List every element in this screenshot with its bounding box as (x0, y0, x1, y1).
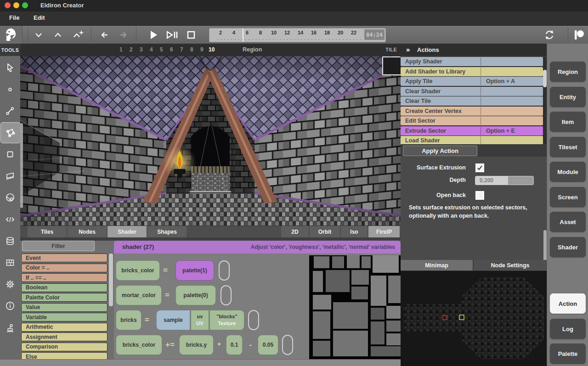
tab-node-settings[interactable]: Node Settings (474, 260, 547, 270)
mode-module[interactable]: Module (550, 162, 586, 182)
tab-shapes[interactable]: Shapes (147, 226, 187, 237)
tool-select[interactable] (0, 58, 20, 78)
node-bricks-color[interactable]: bricks_color (116, 335, 162, 355)
palette-item[interactable]: Event (21, 253, 107, 262)
node-bricks-y[interactable]: bricks.y (179, 335, 214, 355)
level-number[interactable]: 5 (160, 46, 163, 53)
tool-game[interactable] (0, 318, 20, 338)
node-mortar-color[interactable]: mortar_color (116, 285, 162, 305)
palette-item[interactable]: Value (21, 303, 107, 312)
mode-shader[interactable]: Shader (550, 237, 586, 257)
palette-item[interactable]: Variable (21, 313, 107, 321)
level-number[interactable]: 1 (119, 46, 123, 53)
tab-2d[interactable]: 2D (281, 226, 309, 237)
palette-item[interactable]: Boolean (21, 283, 107, 292)
node-palette1[interactable]: palette(1) (175, 260, 214, 281)
palette-item[interactable]: If .. == .. (21, 273, 107, 282)
filter-input[interactable]: Filter (22, 241, 95, 251)
undo-button[interactable] (96, 27, 113, 43)
action-edit-sector[interactable]: Edit Sector (401, 116, 543, 125)
tab-shader[interactable]: Shader (107, 226, 147, 237)
tab-minimap[interactable]: Minimap (401, 260, 473, 270)
tool-info[interactable] (0, 296, 20, 316)
tab-nodes[interactable]: Nodes (68, 226, 107, 237)
node-sample[interactable]: sample (156, 310, 190, 330)
play-button[interactable] (145, 27, 162, 43)
mode-screen[interactable]: Screen (550, 187, 586, 207)
level-number[interactable]: 4 (150, 46, 153, 53)
tool-sector[interactable] (0, 122, 21, 143)
tool-sphere[interactable] (0, 187, 20, 208)
minimize-window-button[interactable] (13, 2, 19, 8)
mode-item[interactable]: Item (550, 112, 586, 132)
node-value-005[interactable]: 0.05 (258, 335, 278, 355)
palette-item[interactable]: Palette Color (21, 293, 107, 302)
node-palette0[interactable]: palette(0) (175, 285, 216, 305)
node-value-01[interactable]: 0.1 (226, 335, 243, 355)
mode-palette[interactable]: Palette (550, 343, 586, 364)
level-number[interactable]: 3 (140, 46, 143, 53)
palette-item[interactable]: Comparison (21, 343, 107, 351)
timeline-playhead[interactable] (243, 28, 243, 42)
tool-code[interactable] (0, 209, 20, 230)
mode-tileset[interactable]: Tileset (550, 137, 586, 157)
mode-action[interactable]: Action (550, 293, 586, 314)
tab-firstp[interactable]: FirstP (368, 226, 400, 237)
action-apply-shader[interactable]: Apply Shader (401, 57, 543, 66)
node-texture-arg[interactable]: "blocks" Texture (209, 310, 244, 330)
level-number[interactable]: 9 (200, 46, 204, 53)
redo-button[interactable] (115, 27, 131, 43)
apply-action-button[interactable]: Apply Action (403, 146, 477, 156)
add-level-button[interactable] (70, 27, 86, 43)
action-apply-tile[interactable]: Apply TileOption + A (401, 77, 543, 86)
minimap[interactable] (401, 271, 547, 366)
action-extrude-sector[interactable]: Extrude SectorOption + E (401, 126, 543, 135)
patreon-button[interactable] (571, 27, 587, 43)
palette-scrollbar[interactable] (109, 253, 113, 306)
level-number[interactable]: 8 (190, 46, 193, 53)
menu-file[interactable]: File (9, 14, 19, 21)
node-slot[interactable] (248, 310, 259, 330)
node-slot[interactable] (219, 260, 230, 281)
level-number-active[interactable]: 10 (209, 46, 215, 53)
level-number[interactable]: 7 (180, 46, 183, 53)
sync-button[interactable] (541, 27, 558, 43)
collapse-panel-icon[interactable]: » (406, 45, 410, 53)
move-down-button[interactable] (30, 27, 47, 43)
tab-orbit[interactable]: Orbit (310, 226, 340, 237)
node-bricks-color[interactable]: bricks_color (116, 260, 160, 281)
node-bricks[interactable]: bricks (116, 310, 141, 330)
tab-tiles[interactable]: Tiles (28, 226, 67, 237)
menu-edit[interactable]: Edit (34, 14, 45, 21)
level-number[interactable]: 6 (170, 46, 173, 53)
mode-region[interactable]: Region (550, 62, 586, 82)
mode-entity[interactable]: Entity (550, 87, 586, 107)
zoom-window-button[interactable] (22, 2, 28, 8)
level-number[interactable]: 2 (130, 46, 133, 53)
surface-extrusion-checkbox[interactable] (475, 163, 484, 172)
step-button[interactable] (164, 27, 180, 43)
action-create-center-vertex[interactable]: Create Center Vertex (401, 107, 543, 116)
tool-wall[interactable] (0, 166, 20, 186)
stop-button[interactable] (183, 27, 199, 43)
tile-preview[interactable] (382, 56, 401, 75)
action-load-shader[interactable]: Load Shader (401, 136, 543, 145)
tool-data[interactable] (0, 231, 20, 251)
tool-linedef[interactable] (0, 101, 20, 121)
tool-tiles[interactable] (0, 253, 20, 273)
palette-item[interactable]: Assignment (21, 332, 107, 341)
palette-item[interactable]: Color = .. (21, 264, 107, 272)
depth-slider[interactable]: 0.200 (475, 176, 534, 185)
mode-asset[interactable]: Asset (550, 212, 586, 232)
node-slot[interactable] (282, 335, 293, 355)
actions-scrollbar[interactable] (543, 70, 547, 87)
palette-item[interactable]: Arithmetic (21, 323, 107, 332)
tool-settings[interactable] (0, 274, 20, 294)
tool-vertex[interactable] (0, 79, 20, 100)
region-3d-viewport[interactable] (20, 56, 401, 226)
viewport-scrollbar[interactable] (20, 123, 23, 208)
action-add-shader-to-library[interactable]: Add Shader to Library (401, 67, 543, 76)
close-window-button[interactable] (5, 2, 11, 8)
node-slot[interactable] (220, 285, 232, 305)
timeline-ruler[interactable]: 2 4 6 8 10 12 14 16 18 20 22 04:24 (209, 28, 386, 42)
